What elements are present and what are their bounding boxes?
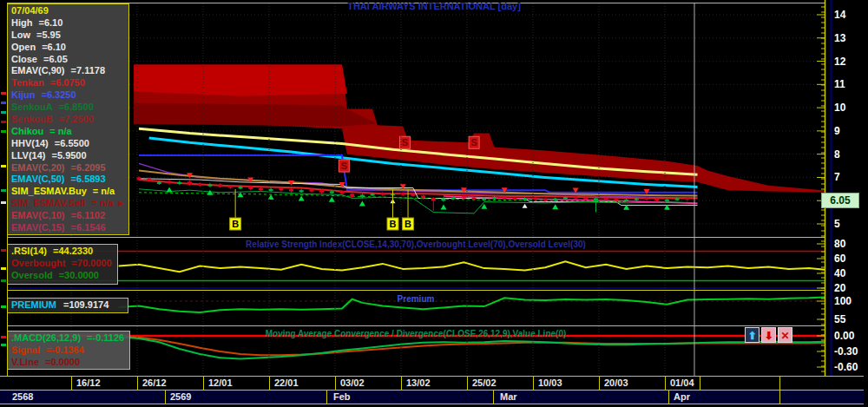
scroll-down-button[interactable]: ⬇ — [761, 327, 776, 343]
line-start-marker — [1, 249, 6, 252]
premium-panel — [8, 297, 830, 312]
premium-legend: PREMIUM=109.9174 — [7, 298, 128, 313]
legend-row: SenkouA=6.8500 — [11, 102, 125, 114]
rsi-line — [119, 261, 830, 272]
buy-arrow-icon — [299, 195, 305, 200]
axis-separator — [665, 377, 666, 390]
axis-tick-label: 55 — [834, 313, 846, 325]
axis-tick-label: 60 — [834, 253, 846, 265]
candle — [594, 199, 598, 201]
rsi-panel — [8, 252, 830, 289]
axis-tick-label: -0.60 — [834, 361, 858, 373]
axis-tick-label: 8 — [834, 148, 840, 161]
candle — [279, 188, 283, 190]
date-axis-row: 16/1226/1212/0122/0103/0213/0225/0210/03… — [0, 376, 864, 391]
axis-tick-label: 13/02 — [406, 377, 431, 388]
legend-row: Low=5.95 — [11, 30, 125, 42]
svg-text:S: S — [470, 137, 477, 148]
axis-separator — [533, 377, 534, 390]
axis-separator — [137, 377, 138, 390]
candle — [654, 199, 659, 200]
svg-text:B: B — [232, 219, 239, 229]
axis-tick-label: -0.30 — [834, 345, 858, 358]
axis-tick-label: 13 — [834, 32, 846, 44]
axis-separator — [779, 377, 780, 390]
legend-row: Tenkan=6.0750 — [11, 77, 125, 89]
candle — [421, 195, 425, 198]
candle — [309, 189, 313, 191]
svg-text:B: B — [404, 219, 411, 229]
candle — [553, 199, 557, 201]
legend-row: V.Line=0.0000 — [11, 357, 126, 369]
candle — [218, 184, 222, 187]
legend-row: EMAV(C,50)=6.5893 — [11, 174, 125, 186]
candle — [157, 182, 161, 184]
candle — [228, 186, 233, 187]
candle — [259, 188, 263, 190]
scroll-up-button[interactable]: ⬆ — [745, 327, 760, 343]
axis-tick-label: 7 — [834, 171, 840, 183]
line-start-marker — [1, 305, 6, 308]
candle — [543, 199, 548, 200]
legend-row: Overbought=70.0000 — [11, 258, 114, 270]
candle — [523, 199, 527, 200]
axis-tick-label: 2569 — [170, 391, 191, 402]
buy-arrow-icon — [207, 190, 213, 195]
line-start-marker — [1, 130, 6, 133]
macd-line — [119, 337, 830, 358]
line-start-marker — [1, 189, 6, 192]
candle — [665, 200, 669, 201]
candle — [319, 190, 324, 192]
axis-tick-label: Mar — [500, 391, 517, 402]
premium-line — [119, 297, 830, 312]
line-start-marker — [1, 336, 6, 338]
white-arrow-icon — [523, 204, 528, 208]
axis-separator — [599, 377, 600, 390]
chart-title: THAI AIRWAYS INTERNATIONAL [day] — [0, 1, 868, 11]
legend-row: HHV(14)=6.5500 — [11, 138, 125, 150]
axis-tick-label: Apr — [674, 391, 690, 402]
buy-arrow-icon — [441, 205, 447, 210]
candle — [147, 179, 151, 181]
line-start-marker — [1, 267, 6, 270]
candle — [614, 199, 618, 200]
axis-tick-label: 2568 — [12, 391, 33, 402]
current-price-tag: 6.05 — [821, 193, 859, 208]
legend-row: SIM_ESMAV.Sell= n/a ► — [11, 198, 125, 210]
line-start-marker — [1, 279, 6, 282]
candle — [239, 187, 243, 188]
candle — [482, 199, 486, 200]
legend-row: Open=6.10 — [11, 42, 125, 54]
legend-row: .RSI(14)=44.2330 — [11, 246, 114, 258]
candle — [451, 197, 456, 199]
candle — [645, 198, 649, 200]
legend-row: SenkouB=7.2500 — [11, 114, 125, 126]
legend-row: Close=6.05 — [11, 54, 125, 66]
chart-canvas: BBBSSS14131211109876580604020100550.00-0… — [0, 0, 868, 407]
axis-tick-label: 12/01 — [208, 377, 233, 388]
axis-tick-label: 10 — [834, 102, 846, 114]
legend-row: EMAV(C,90)=7.1178 — [11, 65, 125, 77]
axis-tick-label: 9 — [834, 125, 840, 137]
panel-button-bar: ⬆ ⬇ ✕ — [745, 327, 792, 343]
buy-arrow-icon — [329, 197, 335, 202]
candle — [574, 197, 578, 199]
axis-separator — [269, 377, 270, 390]
candle — [563, 197, 568, 199]
candle — [340, 191, 345, 194]
candle — [624, 200, 628, 201]
axis-separator — [779, 391, 780, 404]
axis-tick-label: 16/12 — [76, 377, 101, 388]
macd-signal-line — [119, 337, 830, 356]
candle — [492, 197, 496, 199]
line-start-marker — [1, 121, 6, 123]
axis-separator — [203, 377, 204, 390]
candle — [472, 198, 477, 200]
candle — [635, 199, 639, 200]
svg-text:B: B — [390, 219, 397, 229]
line-start-marker — [1, 165, 6, 167]
axis-tick-label: 40 — [834, 267, 846, 279]
axis-separator — [71, 377, 72, 390]
candle — [503, 196, 507, 198]
close-panel-button[interactable]: ✕ — [778, 327, 792, 343]
